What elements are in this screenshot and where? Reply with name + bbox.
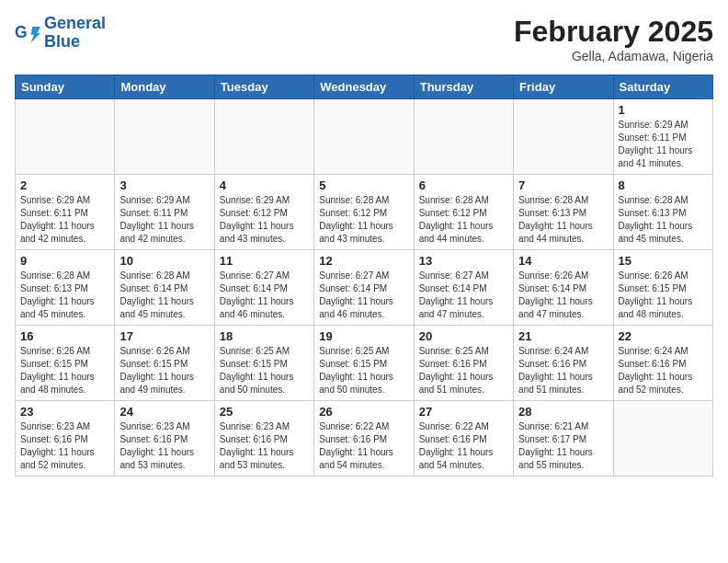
- weekday-header-thursday: Thursday: [414, 75, 513, 99]
- day-number: 12: [319, 254, 408, 268]
- day-number: 2: [20, 178, 109, 192]
- day-number: 4: [220, 178, 309, 192]
- calendar-cell: 1Sunrise: 6:29 AM Sunset: 6:11 PM Daylig…: [613, 99, 712, 175]
- calendar-cell: 16Sunrise: 6:26 AM Sunset: 6:15 PM Dayli…: [16, 326, 115, 401]
- weekday-header-friday: Friday: [514, 75, 613, 99]
- day-info: Sunrise: 6:29 AM Sunset: 6:11 PM Dayligh…: [20, 194, 109, 246]
- calendar-cell: 8Sunrise: 6:28 AM Sunset: 6:13 PM Daylig…: [613, 175, 712, 250]
- calendar-cell: 12Sunrise: 6:27 AM Sunset: 6:14 PM Dayli…: [314, 250, 414, 326]
- calendar-cell: 20Sunrise: 6:25 AM Sunset: 6:16 PM Dayli…: [414, 326, 513, 401]
- weekday-header-tuesday: Tuesday: [214, 75, 313, 99]
- day-number: 24: [119, 405, 209, 419]
- day-number: 18: [220, 329, 309, 343]
- day-number: 13: [419, 254, 508, 268]
- calendar-table: SundayMondayTuesdayWednesdayThursdayFrid…: [15, 75, 713, 477]
- day-number: 21: [518, 329, 608, 343]
- calendar-cell: 28Sunrise: 6:21 AM Sunset: 6:17 PM Dayli…: [514, 401, 613, 477]
- day-number: 25: [220, 405, 309, 419]
- day-number: 23: [20, 405, 109, 419]
- calendar-cell: 27Sunrise: 6:22 AM Sunset: 6:16 PM Dayli…: [414, 401, 513, 477]
- day-info: Sunrise: 6:26 AM Sunset: 6:15 PM Dayligh…: [119, 345, 209, 396]
- day-info: Sunrise: 6:23 AM Sunset: 6:16 PM Dayligh…: [20, 420, 109, 472]
- weekday-header-wednesday: Wednesday: [314, 75, 414, 99]
- calendar-cell: 4Sunrise: 6:29 AM Sunset: 6:12 PM Daylig…: [214, 175, 313, 250]
- day-number: 9: [20, 254, 109, 268]
- weekday-header-monday: Monday: [115, 75, 214, 99]
- day-info: Sunrise: 6:21 AM Sunset: 6:17 PM Dayligh…: [518, 420, 608, 472]
- day-info: Sunrise: 6:22 AM Sunset: 6:16 PM Dayligh…: [419, 420, 508, 472]
- day-info: Sunrise: 6:23 AM Sunset: 6:16 PM Dayligh…: [119, 420, 209, 472]
- calendar-cell: 13Sunrise: 6:27 AM Sunset: 6:14 PM Dayli…: [414, 250, 513, 326]
- day-number: 27: [419, 405, 508, 419]
- logo: G General Blue: [15, 15, 106, 52]
- calendar-cell: 11Sunrise: 6:27 AM Sunset: 6:14 PM Dayli…: [214, 250, 313, 326]
- day-info: Sunrise: 6:22 AM Sunset: 6:16 PM Dayligh…: [319, 420, 408, 472]
- calendar-cell: 10Sunrise: 6:28 AM Sunset: 6:14 PM Dayli…: [115, 250, 214, 326]
- weekday-header-saturday: Saturday: [613, 75, 712, 99]
- day-info: Sunrise: 6:28 AM Sunset: 6:13 PM Dayligh…: [518, 194, 608, 246]
- calendar-cell: 23Sunrise: 6:23 AM Sunset: 6:16 PM Dayli…: [16, 401, 115, 477]
- calendar-cell: 17Sunrise: 6:26 AM Sunset: 6:15 PM Dayli…: [115, 326, 214, 401]
- calendar-cell: 7Sunrise: 6:28 AM Sunset: 6:13 PM Daylig…: [514, 175, 613, 250]
- calendar-cell: 25Sunrise: 6:23 AM Sunset: 6:16 PM Dayli…: [214, 401, 313, 477]
- day-number: 20: [419, 329, 508, 343]
- calendar-cell: 6Sunrise: 6:28 AM Sunset: 6:12 PM Daylig…: [414, 175, 513, 250]
- calendar-cell: [314, 99, 414, 175]
- calendar-cell: [115, 99, 214, 175]
- calendar-cell: [414, 99, 513, 175]
- calendar-cell: 26Sunrise: 6:22 AM Sunset: 6:16 PM Dayli…: [314, 401, 414, 477]
- calendar-cell: 14Sunrise: 6:26 AM Sunset: 6:14 PM Dayli…: [514, 250, 613, 326]
- day-info: Sunrise: 6:25 AM Sunset: 6:15 PM Dayligh…: [220, 345, 309, 396]
- day-number: 17: [119, 329, 209, 343]
- day-number: 22: [619, 329, 708, 343]
- day-info: Sunrise: 6:28 AM Sunset: 6:14 PM Dayligh…: [119, 270, 209, 321]
- day-info: Sunrise: 6:24 AM Sunset: 6:16 PM Dayligh…: [518, 345, 608, 396]
- day-info: Sunrise: 6:29 AM Sunset: 6:12 PM Dayligh…: [220, 194, 309, 246]
- title-area: February 2025 Gella, Adamawa, Nigeria: [514, 15, 713, 63]
- day-number: 19: [319, 329, 408, 343]
- day-info: Sunrise: 6:24 AM Sunset: 6:16 PM Dayligh…: [619, 345, 708, 396]
- day-number: 7: [518, 178, 608, 192]
- day-info: Sunrise: 6:26 AM Sunset: 6:15 PM Dayligh…: [619, 270, 708, 321]
- calendar-cell: 3Sunrise: 6:29 AM Sunset: 6:11 PM Daylig…: [115, 175, 214, 250]
- day-info: Sunrise: 6:25 AM Sunset: 6:16 PM Dayligh…: [419, 345, 508, 396]
- calendar-cell: [214, 99, 313, 175]
- day-number: 11: [220, 254, 309, 268]
- day-number: 8: [619, 178, 708, 192]
- calendar-cell: 5Sunrise: 6:28 AM Sunset: 6:12 PM Daylig…: [314, 175, 414, 250]
- day-info: Sunrise: 6:29 AM Sunset: 6:11 PM Dayligh…: [119, 194, 209, 246]
- calendar-cell: 2Sunrise: 6:29 AM Sunset: 6:11 PM Daylig…: [16, 175, 115, 250]
- day-number: 28: [518, 405, 608, 419]
- calendar-week-2: 2Sunrise: 6:29 AM Sunset: 6:11 PM Daylig…: [16, 175, 713, 250]
- day-number: 10: [119, 254, 209, 268]
- day-number: 16: [20, 329, 109, 343]
- calendar-cell: 18Sunrise: 6:25 AM Sunset: 6:15 PM Dayli…: [214, 326, 313, 401]
- calendar-cell: 15Sunrise: 6:26 AM Sunset: 6:15 PM Dayli…: [613, 250, 712, 326]
- calendar-cell: 21Sunrise: 6:24 AM Sunset: 6:16 PM Dayli…: [514, 326, 613, 401]
- calendar-cell: [16, 99, 115, 175]
- day-number: 3: [119, 178, 209, 192]
- day-info: Sunrise: 6:28 AM Sunset: 6:13 PM Dayligh…: [20, 270, 109, 321]
- day-info: Sunrise: 6:27 AM Sunset: 6:14 PM Dayligh…: [319, 270, 408, 321]
- day-info: Sunrise: 6:28 AM Sunset: 6:12 PM Dayligh…: [419, 194, 508, 246]
- svg-text:G: G: [15, 23, 28, 41]
- calendar-cell: [613, 401, 712, 477]
- day-info: Sunrise: 6:25 AM Sunset: 6:15 PM Dayligh…: [319, 345, 408, 396]
- day-number: 1: [619, 103, 708, 117]
- calendar-week-4: 16Sunrise: 6:26 AM Sunset: 6:15 PM Dayli…: [16, 326, 713, 401]
- page-header: G General Blue February 2025 Gella, Adam…: [15, 15, 713, 63]
- calendar-cell: 19Sunrise: 6:25 AM Sunset: 6:15 PM Dayli…: [314, 326, 414, 401]
- logo-line2: Blue: [44, 33, 106, 52]
- logo-line1: General: [44, 15, 106, 33]
- calendar-cell: 22Sunrise: 6:24 AM Sunset: 6:16 PM Dayli…: [613, 326, 712, 401]
- logo-icon: G: [15, 20, 40, 46]
- month-title: February 2025: [514, 15, 713, 49]
- calendar-week-3: 9Sunrise: 6:28 AM Sunset: 6:13 PM Daylig…: [16, 250, 713, 326]
- day-number: 14: [518, 254, 608, 268]
- svg-marker-1: [31, 27, 41, 43]
- day-info: Sunrise: 6:23 AM Sunset: 6:16 PM Dayligh…: [220, 420, 309, 472]
- day-number: 26: [319, 405, 408, 419]
- day-number: 15: [619, 254, 708, 268]
- calendar-week-5: 23Sunrise: 6:23 AM Sunset: 6:16 PM Dayli…: [16, 401, 713, 477]
- day-info: Sunrise: 6:26 AM Sunset: 6:15 PM Dayligh…: [20, 345, 109, 396]
